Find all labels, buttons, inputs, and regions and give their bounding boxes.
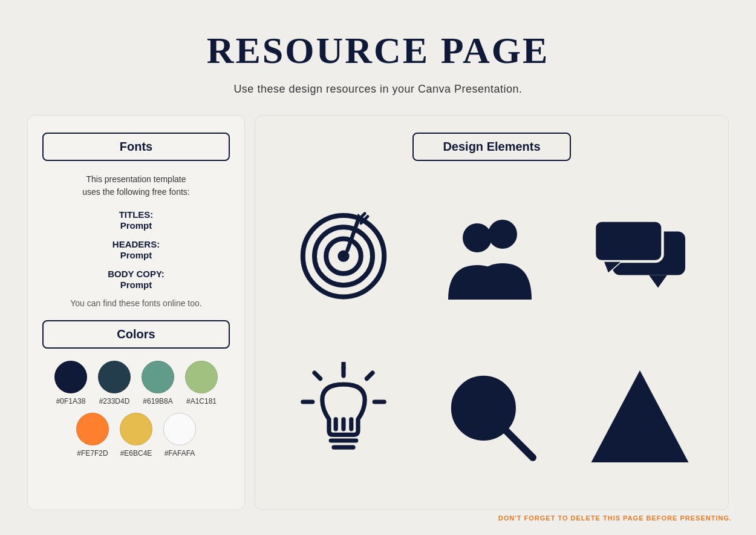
target-icon — [295, 206, 392, 303]
search-icon — [440, 365, 543, 468]
color-circle-fe7f2d — [76, 413, 109, 445]
target-icon-cell — [275, 178, 413, 330]
chat-icon — [585, 212, 694, 297]
color-label-a1c181: #A1C181 — [186, 397, 217, 405]
color-label-619b8a: #619B8A — [143, 397, 172, 405]
main-content: Fonts This presentation template uses th… — [27, 115, 729, 510]
color-swatches-row1: #0F1A38 #233D4D #619B8A #A1C181 — [42, 361, 230, 405]
color-item-e6bc4e: #E6BC4E — [120, 413, 152, 458]
svg-point-8 — [488, 220, 517, 249]
font-row-body: BODY COPY: Prompt — [42, 269, 230, 290]
font-row-titles: TITLES: Prompt — [42, 209, 230, 231]
color-circle-0f1a38 — [54, 361, 87, 393]
color-item-619b8a: #619B8A — [142, 361, 174, 405]
font-body-label: BODY COPY: — [108, 269, 165, 279]
triangle-icon — [585, 365, 694, 468]
color-circle-619b8a — [142, 361, 174, 393]
svg-marker-24 — [591, 370, 688, 462]
colors-label: Colors — [117, 327, 155, 341]
right-panel: Design Elements — [255, 115, 729, 510]
color-item-0f1a38: #0F1A38 — [54, 361, 87, 405]
font-row-headers: HEADERS: Prompt — [42, 239, 230, 260]
fonts-footer: You can find these fonts online too. — [42, 298, 230, 308]
svg-rect-12 — [595, 221, 663, 262]
svg-point-9 — [463, 223, 492, 252]
design-elements-label: Design Elements — [443, 140, 540, 153]
color-circle-a1c181 — [185, 361, 218, 393]
fonts-header-box: Fonts — [42, 133, 230, 161]
color-label-233d4d: #233D4D — [99, 397, 130, 405]
page-title: RESOURCE PAGE — [207, 29, 550, 72]
font-headers-name: Prompt — [42, 250, 230, 260]
svg-line-19 — [367, 373, 373, 379]
font-titles-name: Prompt — [42, 220, 230, 231]
color-label-e6bc4e: #E6BC4E — [120, 449, 152, 458]
icons-grid — [275, 178, 709, 493]
left-panel: Fonts This presentation template uses th… — [27, 115, 245, 510]
fonts-description: This presentation template uses the foll… — [42, 173, 230, 199]
triangle-icon-cell — [570, 340, 709, 493]
color-swatches-row2: #FE7F2D #E6BC4E #FAFAFA — [42, 413, 230, 458]
colors-header-box: Colors — [42, 320, 230, 349]
color-circle-e6bc4e — [120, 413, 152, 445]
svg-line-23 — [504, 428, 533, 458]
lightbulb-icon-cell — [275, 340, 413, 493]
color-item-fe7f2d: #FE7F2D — [76, 413, 109, 458]
right-panel-header: Design Elements — [275, 133, 709, 161]
team-icon-cell — [423, 178, 561, 330]
font-body-name: Prompt — [42, 280, 230, 290]
team-icon — [437, 206, 546, 303]
color-item-a1c181: #A1C181 — [185, 361, 218, 405]
svg-line-18 — [314, 373, 321, 379]
svg-marker-11 — [649, 275, 667, 288]
chat-icon-cell — [570, 178, 709, 330]
footer-note: DON'T FORGET TO DELETE THIS PAGE BEFORE … — [498, 514, 732, 522]
fonts-label: Fonts — [120, 140, 152, 153]
page-subtitle: Use these design resources in your Canva… — [233, 83, 522, 96]
colors-section: Colors #0F1A38 #233D4D #619B8A #A1C181 — [42, 320, 230, 458]
color-label-fafafa: #FAFAFA — [165, 449, 195, 458]
design-elements-box: Design Elements — [412, 133, 570, 161]
color-label-0f1a38: #0F1A38 — [56, 397, 86, 405]
color-item-fafafa: #FAFAFA — [163, 413, 196, 458]
color-circle-fafafa — [163, 413, 196, 445]
color-label-fe7f2d: #FE7F2D — [77, 449, 108, 458]
search-icon-cell — [423, 340, 561, 493]
color-item-233d4d: #233D4D — [98, 361, 131, 405]
lightbulb-icon — [295, 362, 392, 471]
font-headers-label: HEADERS: — [112, 239, 160, 249]
font-titles-label: TITLES: — [119, 209, 154, 220]
color-circle-233d4d — [98, 361, 131, 393]
